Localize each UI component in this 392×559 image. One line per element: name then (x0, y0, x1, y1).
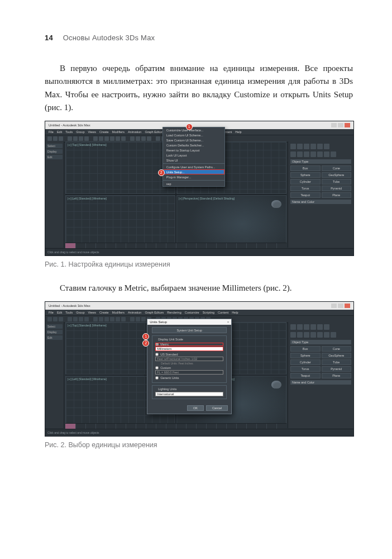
window-buttons[interactable] (331, 123, 350, 127)
custom-radio[interactable]: Custom (155, 366, 223, 369)
lighting-dropdown[interactable]: International (155, 392, 223, 396)
status-bar: Click and drag to select and move object… (45, 248, 353, 255)
window-buttons[interactable] (331, 304, 350, 308)
figure-2-screenshot: Untitled - Autodesk 3ds Max FileEditTool… (45, 301, 354, 437)
body-paragraph-1: В первую очередь обратим внимание на еди… (45, 62, 353, 114)
figure-2-caption: Рис. 2. Выбор единицы измерения (45, 441, 353, 449)
units-setup-dialog[interactable]: Units Setup× System Unit Setup Display U… (147, 319, 232, 414)
body-paragraph-2: Ставим галочку в Metric, выбираем значен… (45, 282, 353, 295)
metric-radio[interactable]: Metric (155, 343, 223, 346)
callout-2: 2 (158, 169, 165, 176)
window-titlebar: Untitled - Autodesk 3ds Max (45, 302, 353, 310)
viewcube-icon[interactable] (271, 200, 281, 208)
figure-1-caption: Рис. 1. Настройка единицы измерения (45, 260, 353, 268)
page-number: 14 (45, 34, 53, 42)
cancel-button[interactable]: Cancel (206, 405, 228, 411)
figure-1-screenshot: Untitled - Autodesk 3ds Max FileEditTool… (45, 121, 354, 256)
us-radio[interactable]: US Standard (155, 353, 223, 356)
chapter-title: Основы Autodesk 3Ds Max (63, 34, 155, 42)
running-head: 14 Основы Autodesk 3Ds Max (45, 34, 353, 42)
ok-button[interactable]: OK (187, 405, 204, 411)
system-unit-button[interactable]: System Unit Setup (152, 327, 227, 333)
scene-explorer[interactable]: SelectDisplayEdit (45, 322, 64, 428)
viewcube-icon[interactable] (271, 381, 281, 389)
status-bar: Click and drag to select and move object… (45, 429, 353, 436)
window-title: Untitled - Autodesk 3ds Max (49, 124, 90, 127)
command-panel[interactable]: Object Type BoxCone SphereGeoSphere Cyli… (288, 141, 353, 248)
customize-dropdown[interactable]: Customize User Interface... Load Custom … (162, 127, 225, 187)
scene-explorer[interactable]: SelectDisplayEdit (45, 141, 64, 248)
menu-bar[interactable]: FileEditTools GroupViewsCreate Modifiers… (45, 310, 353, 316)
units-setup-item[interactable]: Units Setup... (163, 169, 224, 174)
callout-1: 1 (186, 124, 193, 130)
metric-dropdown[interactable]: Millimeters (155, 347, 223, 351)
close-icon[interactable]: × (227, 320, 230, 324)
generic-radio[interactable]: Generic Units (155, 376, 223, 380)
command-panel[interactable]: Object Type BoxCone SphereGeoSphere Cyli… (288, 322, 353, 428)
book-page: 14 Основы Autodesk 3Ds Max В первую очер… (0, 0, 392, 559)
